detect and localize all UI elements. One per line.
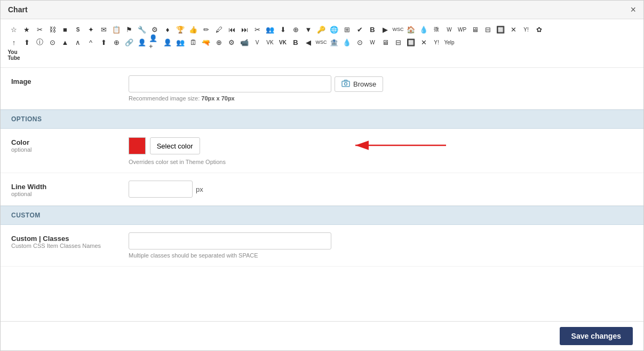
icon-ring[interactable]: ⊙ [354,36,365,48]
icon-sparkle[interactable]: ✦ [85,24,97,35]
icon-yahoo2[interactable]: Y! [431,36,442,48]
icon-pencil[interactable]: ✏ [200,24,212,35]
line-width-input-col: px [129,181,633,198]
icon-home[interactable]: 🏠 [405,24,417,35]
icon-link[interactable]: ⛓ [46,24,58,35]
icon-key[interactable]: 🔑 [315,24,327,35]
icon-vk[interactable]: VK [264,36,276,48]
icon-star-filled[interactable]: ★ [21,24,33,35]
close-button[interactable]: × [630,5,636,14]
icon-flag[interactable]: ⚑ [123,24,135,35]
icon-user-add[interactable]: 👤+ [149,36,161,48]
icon-yelp[interactable]: ✿ [533,24,545,35]
icon-wsc2[interactable]: WSC [315,36,327,48]
icon-cut[interactable]: ✂ [251,24,263,35]
image-field-row: Image Browse [1,68,643,110]
icon-minus-box[interactable]: ⊟ [482,24,494,35]
icon-info[interactable]: ⓘ [34,36,45,48]
icon-x-mark[interactable]: ✕ [418,36,430,48]
icon-user-alt[interactable]: 👤 [162,36,173,48]
icon-monitor[interactable]: 🖥 [469,24,481,35]
icon-square-outline[interactable]: 🔲 [495,24,506,35]
icon-diamond[interactable]: ♦ [162,24,173,35]
icon-youtube[interactable]: YouTube [8,49,20,61]
custom-classes-input[interactable] [129,232,331,249]
icon-wrench[interactable]: 🔧 [136,24,148,35]
icon-next[interactable]: ⏭ [238,24,250,35]
icon-user[interactable]: 👤 [136,36,148,48]
icon-pen[interactable]: 🖊 [213,24,225,35]
icon-add-circle[interactable]: ⊕ [290,24,301,35]
icon-whatsapp[interactable]: W [443,24,455,35]
select-color-button[interactable]: Select color [150,137,200,154]
icon-circle-dot[interactable]: ⊙ [46,36,58,48]
icon-chevron-down[interactable]: ▼ [303,24,314,35]
icon-drop[interactable]: 💧 [341,36,353,48]
icon-arrow-up-filled[interactable]: ⬆ [21,36,33,48]
icon-upload[interactable]: ⬆ [98,36,109,48]
icon-star-outline[interactable]: ☆ [8,24,20,35]
icon-envelope[interactable]: ✉ [98,24,109,35]
icon-upload-alt[interactable]: ⊕ [110,36,122,48]
icon-globe[interactable]: 🌐 [328,24,340,35]
icon-thumbsup[interactable]: 👍 [187,24,199,35]
icon-group[interactable]: 👥 [264,24,276,35]
icon-users[interactable]: 👥 [174,36,186,48]
icon-trigger[interactable]: 🔫 [200,36,212,48]
icon-plus-circle[interactable]: ⊕ [213,36,225,48]
icon-hat[interactable]: ^ [85,36,97,48]
icon-caret-up[interactable]: ∧ [72,36,84,48]
options-section-header: OPTIONS [1,110,643,129]
modal-dialog: Chart × ☆ ★ ✂ ⛓ ■ S ✦ ✉ 📋 ⚑ 🔧 ⚙ ♦ 🏆 👍 [0,0,644,351]
icon-back[interactable]: ◀ [303,36,314,48]
icon-bold[interactable]: B [367,24,378,35]
icon-vimeo[interactable]: V [251,36,263,48]
custom-classes-hint: Multiple classes should be separated wit… [129,252,633,259]
icon-download[interactable]: ⬇ [277,24,289,35]
icon-weibo[interactable]: 微 [431,24,442,35]
icon-wsc[interactable]: WSC [392,24,404,35]
icon-scissors[interactable]: ✂ [34,24,45,35]
icon-yelp2[interactable]: Yelp [443,36,455,48]
icon-minus-sq[interactable]: ⊟ [392,36,404,48]
icon-close-x[interactable]: ✕ [507,24,519,35]
icon-w[interactable]: W [367,36,378,48]
color-optional: optional [11,146,129,153]
icon-box-sq[interactable]: 🔲 [405,36,417,48]
icon-person-link[interactable]: 🔗 [123,36,135,48]
icon-clipboard[interactable]: 📋 [110,24,122,35]
icon-check[interactable]: ✔ [354,24,365,35]
icon-wordpress[interactable]: WP [456,24,468,35]
icon-gear[interactable]: ⚙ [149,24,161,35]
browse-icon [341,80,350,89]
icon-yahoo[interactable]: Y! [520,24,532,35]
image-input[interactable] [129,75,331,92]
icon-grid-view[interactable]: ⊞ [341,24,353,35]
icon-video[interactable]: 📹 [238,36,250,48]
image-label: Image [11,77,129,85]
icon-triangle-up[interactable]: ▲ [59,36,71,48]
icon-b-bold[interactable]: B [290,36,301,48]
modal-header: Chart × [1,1,643,19]
save-changes-button[interactable]: Save changes [560,327,633,345]
arrow-annotation [283,132,454,159]
icon-bold-v[interactable]: VK [277,36,289,48]
icon-row-1: ☆ ★ ✂ ⛓ ■ S ✦ ✉ 📋 ⚑ 🔧 ⚙ ♦ 🏆 👍 ✏ 🖊 ⏮ ⏭ ✂ [8,24,636,35]
icon-play[interactable]: ▶ [379,24,391,35]
icon-square[interactable]: ■ [59,24,71,35]
px-unit-label: px [196,185,203,193]
icon-trophy[interactable]: 🏆 [174,24,186,35]
modal-footer: Save changes [1,321,643,350]
color-swatch[interactable] [129,137,146,154]
modal-body: ☆ ★ ✂ ⛓ ■ S ✦ ✉ 📋 ⚑ 🔧 ⚙ ♦ 🏆 👍 ✏ 🖊 ⏮ ⏭ ✂ [1,19,643,321]
icon-screen[interactable]: 🖥 [379,36,391,48]
icon-arrow-up-outline[interactable]: ↑ [8,36,20,48]
browse-button[interactable]: Browse [335,76,383,92]
icon-prev[interactable]: ⏮ [226,24,237,35]
line-width-input[interactable] [129,181,193,198]
icon-water[interactable]: 💧 [418,24,430,35]
icon-bank[interactable]: 🏦 [328,36,340,48]
icon-calendar[interactable]: 🗓 [187,36,199,48]
icon-stripe[interactable]: S [72,24,84,35]
icon-settings[interactable]: ⚙ [226,36,237,48]
